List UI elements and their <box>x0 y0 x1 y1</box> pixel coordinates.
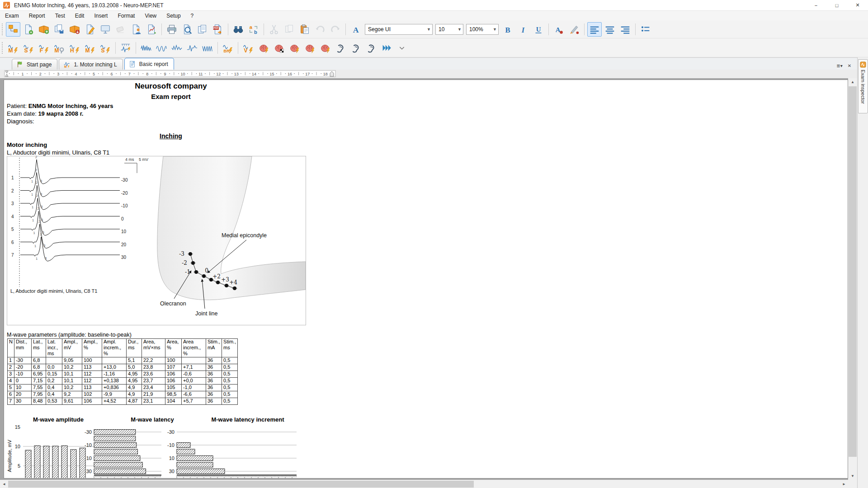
horizontal-scroll-thumb[interactable] <box>8 481 474 488</box>
bullet-list-button[interactable] <box>638 22 653 37</box>
m-inching-test-button[interactable]: M <box>83 41 97 55</box>
vep-test-button[interactable]: V <box>241 41 255 55</box>
cut-button[interactable] <box>267 22 281 37</box>
sep-test-button[interactable] <box>302 41 317 55</box>
combo-arrow-icon[interactable]: ▼ <box>456 27 463 32</box>
audio-ep1-button[interactable] <box>333 41 348 55</box>
font-size-select[interactable]: 10▼ <box>435 24 463 35</box>
blink-reflex-test-button[interactable]: BR <box>221 41 235 55</box>
font-button[interactable]: A <box>349 22 363 37</box>
scroll-down-arrow[interactable]: ▼ <box>848 472 857 480</box>
zoom-select[interactable]: 100%▼ <box>466 24 499 35</box>
bold-button[interactable]: B <box>500 22 515 37</box>
decrement-emg-button[interactable] <box>200 41 215 55</box>
exam-results-button[interactable] <box>144 22 159 37</box>
print-preview-button[interactable] <box>180 22 194 37</box>
spontaneous-emg-button[interactable] <box>170 41 184 55</box>
import-exam-button[interactable] <box>67 22 82 37</box>
highlight-button[interactable] <box>567 22 581 37</box>
s-response-test-button[interactable]: S <box>21 41 36 55</box>
brain-map-button[interactable] <box>272 41 286 55</box>
menu-edit[interactable]: Edit <box>70 12 90 20</box>
erase-button[interactable] <box>113 22 128 37</box>
tab-1-motor-inching-l[interactable]: M1. Motor inching L <box>59 59 123 70</box>
menu-view[interactable]: View <box>140 12 161 20</box>
exam-inspector-tab[interactable]: Exam inspector <box>858 59 868 113</box>
toolbar-options-button[interactable] <box>395 41 409 55</box>
scroll-up-arrow[interactable]: ▲ <box>848 78 857 86</box>
ruler[interactable]: 123456789101112131415161718 <box>0 70 857 78</box>
maximize-button[interactable]: □ <box>826 0 847 10</box>
open-exam-button[interactable] <box>37 22 51 37</box>
menu-insert[interactable]: Insert <box>89 12 113 20</box>
table-cell: 20 <box>14 391 31 398</box>
replace-button[interactable]: ab <box>246 22 261 37</box>
print-button[interactable] <box>165 22 179 37</box>
underline-button[interactable]: U <box>531 22 546 37</box>
vertical-scrollbar[interactable]: ▲ ▼ <box>848 78 857 480</box>
aep-test-button[interactable] <box>287 41 302 55</box>
vertical-scroll-thumb[interactable] <box>849 86 857 457</box>
edit-exam-button[interactable] <box>83 22 97 37</box>
scroll-left-arrow[interactable]: ◄ <box>0 480 8 488</box>
menu-report[interactable]: Report <box>24 12 50 20</box>
combo-arrow-icon[interactable]: ▼ <box>425 27 432 32</box>
redo-button[interactable] <box>328 22 343 37</box>
copy-button[interactable] <box>282 22 297 37</box>
h-reflex-test-button[interactable]: H <box>67 41 82 55</box>
tab-close-button[interactable]: ✕ <box>845 61 854 70</box>
column-header: N <box>8 339 14 357</box>
monitor-button[interactable] <box>98 22 113 37</box>
undo-button[interactable] <box>313 22 327 37</box>
combo-arrow-icon[interactable]: ▼ <box>491 27 498 32</box>
align-center-button[interactable] <box>603 22 617 37</box>
interference-emg-button[interactable] <box>139 41 153 55</box>
tab-basic-report[interactable]: Basic report <box>124 58 174 70</box>
report-icon <box>128 60 137 68</box>
find-button[interactable] <box>231 22 245 37</box>
align-left-button[interactable] <box>587 22 602 37</box>
table-cell <box>181 357 206 364</box>
menu-exam[interactable]: Exam <box>0 12 24 20</box>
paste-button[interactable] <box>297 22 312 37</box>
table-row: 2-206,80,010,2113+13,05,023,8107+7,1360,… <box>8 364 238 371</box>
align-right-button[interactable] <box>618 22 632 37</box>
wave-measure-button[interactable] <box>118 41 133 55</box>
tab-list-button[interactable]: ≣▾ <box>835 61 844 70</box>
brain-ep-test-button[interactable] <box>256 41 271 55</box>
svg-text:4: 4 <box>75 72 77 76</box>
print-pages-button[interactable] <box>195 22 210 37</box>
export-pdf-button[interactable]: PDF <box>211 22 225 37</box>
menu-setup[interactable]: Setup <box>161 12 185 20</box>
report-page[interactable]: Neurosoft company Exam report Patient: E… <box>4 80 848 479</box>
f-wave-test-button[interactable]: F <box>37 41 51 55</box>
menu-[interactable]: ? <box>186 12 199 20</box>
font-icon: A <box>350 23 362 35</box>
m-response-test-button[interactable]: M <box>6 41 20 55</box>
tab-start-page[interactable]: Start page <box>12 59 57 70</box>
table-cell: 5 <box>8 384 14 391</box>
m-setup-test-button[interactable]: M <box>52 41 66 55</box>
new-exam-button[interactable] <box>21 22 36 37</box>
m-inching-test-icon: M <box>84 42 96 54</box>
table-cell: 4,95 <box>126 377 142 384</box>
horizontal-scrollbar[interactable]: ◄ ► <box>0 480 848 488</box>
italic-button[interactable]: I <box>516 22 530 37</box>
font-name-select[interactable]: Segoe UI▼ <box>365 24 433 35</box>
exam-plan-button[interactable] <box>6 22 20 37</box>
close-button[interactable]: ✕ <box>847 0 868 10</box>
patient-data-button[interactable] <box>129 22 143 37</box>
mep-test-button[interactable] <box>318 41 332 55</box>
audio-ep3-button[interactable] <box>364 41 378 55</box>
menu-format[interactable]: Format <box>113 12 140 20</box>
audio-ep2-button[interactable] <box>349 41 363 55</box>
menu-test[interactable]: Test <box>50 12 70 20</box>
s-inching-test-button[interactable]: S <box>98 41 113 55</box>
minimize-button[interactable]: − <box>806 0 826 10</box>
more-tests-button[interactable] <box>379 41 394 55</box>
font-color-button[interactable]: A <box>552 22 566 37</box>
scroll-right-arrow[interactable]: ► <box>840 480 848 488</box>
mup-emg-button[interactable] <box>154 41 169 55</box>
save-exam-button[interactable] <box>52 22 66 37</box>
stimulation-emg-button[interactable] <box>185 41 199 55</box>
